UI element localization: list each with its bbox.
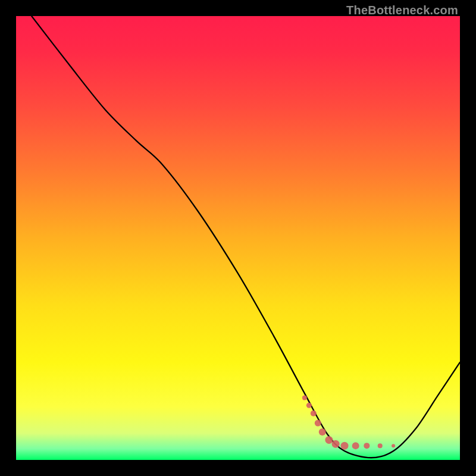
marker-trail: [302, 396, 395, 450]
chart-container: TheBottleneck.com: [0, 0, 476, 476]
svg-point-12: [392, 444, 395, 447]
svg-point-11: [378, 443, 383, 448]
svg-point-9: [352, 442, 359, 449]
svg-point-3: [311, 411, 317, 416]
svg-point-4: [315, 420, 321, 427]
line-layer: [16, 16, 460, 460]
plot-area: [16, 16, 460, 460]
watermark: TheBottleneck.com: [346, 4, 458, 17]
svg-point-10: [364, 443, 369, 449]
svg-point-5: [319, 428, 326, 436]
svg-point-2: [306, 403, 312, 408]
svg-point-8: [341, 442, 349, 450]
svg-point-7: [332, 440, 340, 448]
bottleneck-curve: [32, 16, 460, 458]
svg-point-6: [325, 436, 333, 444]
svg-point-1: [302, 396, 307, 400]
